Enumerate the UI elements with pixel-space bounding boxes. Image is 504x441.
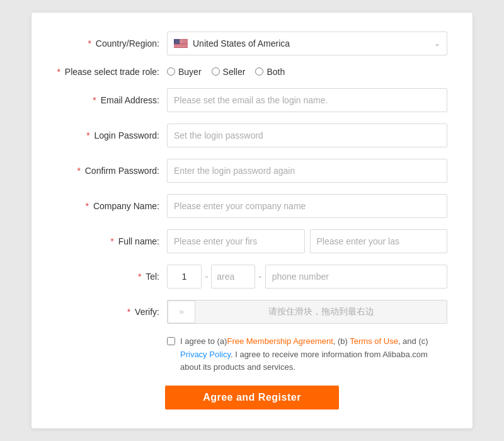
country-row: * Country/Region: ★ ★ ★ ★ ★ ★ bbox=[57, 32, 447, 55]
svg-rect-7 bbox=[174, 43, 188, 44]
svg-rect-12 bbox=[174, 47, 188, 48]
agreement-row: I agree to (a)Free Membership Agreement,… bbox=[57, 335, 447, 374]
confirm-password-input[interactable] bbox=[167, 159, 447, 183]
confirm-password-row: * Confirm Password: bbox=[57, 159, 447, 183]
required-star: * bbox=[127, 307, 130, 317]
required-star: * bbox=[77, 166, 80, 176]
svg-rect-8 bbox=[174, 44, 188, 45]
email-row: * Email Address: bbox=[57, 88, 447, 112]
tel-country-code-input[interactable] bbox=[167, 265, 202, 289]
email-label: * Email Address: bbox=[57, 95, 167, 105]
privacy-policy-link[interactable]: Privacy Policy bbox=[180, 350, 231, 359]
tel-separator-2: - bbox=[255, 271, 265, 282]
radio-both-input[interactable] bbox=[255, 67, 263, 76]
trade-role-row: * Please select trade role: Buyer Seller… bbox=[57, 67, 447, 77]
radio-both[interactable]: Both bbox=[255, 67, 285, 77]
svg-rect-9 bbox=[174, 45, 188, 45]
verify-label: * Verify: bbox=[57, 307, 167, 317]
tel-number-input[interactable] bbox=[265, 265, 447, 289]
password-row: * Login Password: bbox=[57, 123, 447, 147]
tel-separator-1: - bbox=[202, 271, 211, 282]
tel-row: * Tel: - - bbox=[57, 265, 447, 289]
name-group bbox=[167, 229, 447, 253]
required-star: * bbox=[93, 95, 96, 105]
us-flag-icon: ★ ★ ★ ★ ★ ★ ★ ★ ★ ★ ★ ★ ★ ★ ★ ★ ★ bbox=[174, 39, 188, 48]
company-name-row: * Company Name: bbox=[57, 194, 447, 218]
chevron-down-icon: ⌄ bbox=[434, 39, 440, 48]
trade-role-label: * Please select trade role: bbox=[57, 67, 167, 77]
last-name-input[interactable] bbox=[310, 229, 448, 253]
radio-buyer-label: Buyer bbox=[178, 67, 202, 77]
radio-seller-label: Seller bbox=[223, 67, 246, 77]
agreement-checkbox[interactable] bbox=[167, 337, 175, 345]
email-input[interactable] bbox=[167, 88, 447, 112]
verify-text: 请按住滑块，拖动到最右边 bbox=[195, 306, 447, 318]
radio-both-label: Both bbox=[266, 67, 285, 77]
radio-buyer[interactable]: Buyer bbox=[167, 67, 202, 77]
tel-label: * Tel: bbox=[57, 272, 167, 282]
verify-handle[interactable]: » bbox=[168, 301, 195, 323]
terms-of-use-link[interactable]: Terms of Use bbox=[350, 336, 398, 346]
country-label: * Country/Region: bbox=[57, 38, 167, 49]
company-name-label: * Company Name: bbox=[57, 201, 167, 211]
verify-slider[interactable]: » 请按住滑块，拖动到最右边 bbox=[167, 300, 447, 324]
required-star: * bbox=[88, 38, 91, 49]
country-name: United States of America bbox=[193, 38, 434, 49]
verify-handle-icon: » bbox=[179, 307, 183, 316]
trade-role-group: Buyer Seller Both bbox=[167, 67, 285, 77]
confirm-password-label: * Confirm Password: bbox=[57, 166, 167, 176]
radio-buyer-input[interactable] bbox=[167, 67, 175, 76]
required-star: * bbox=[86, 130, 89, 140]
free-membership-link[interactable]: Free Membership Agreement bbox=[227, 336, 333, 346]
required-star: * bbox=[138, 272, 141, 282]
registration-card: * Country/Region: ★ ★ ★ ★ ★ ★ bbox=[32, 13, 472, 428]
radio-seller[interactable]: Seller bbox=[212, 67, 246, 77]
password-input[interactable] bbox=[167, 123, 447, 147]
company-name-input[interactable] bbox=[167, 194, 447, 218]
tel-area-input[interactable] bbox=[211, 265, 255, 289]
required-star: * bbox=[86, 201, 89, 211]
register-row: Agree and Register bbox=[57, 386, 447, 410]
verify-row: * Verify: » 请按住滑块，拖动到最右边 bbox=[57, 300, 447, 324]
password-label: * Login Password: bbox=[57, 130, 167, 140]
tel-group: - - bbox=[167, 265, 447, 289]
svg-rect-11 bbox=[174, 47, 188, 47]
full-name-label: * Full name: bbox=[57, 236, 167, 246]
required-star: * bbox=[57, 67, 60, 77]
required-star: * bbox=[110, 236, 113, 246]
full-name-row: * Full name: bbox=[57, 229, 447, 253]
first-name-input[interactable] bbox=[167, 229, 305, 253]
agreement-text: I agree to (a)Free Membership Agreement,… bbox=[180, 335, 447, 374]
svg-rect-10 bbox=[174, 46, 188, 47]
register-button[interactable]: Agree and Register bbox=[165, 386, 339, 410]
radio-seller-input[interactable] bbox=[212, 67, 220, 76]
country-select[interactable]: ★ ★ ★ ★ ★ ★ ★ ★ ★ ★ ★ ★ ★ ★ ★ ★ ★ United… bbox=[167, 32, 447, 55]
